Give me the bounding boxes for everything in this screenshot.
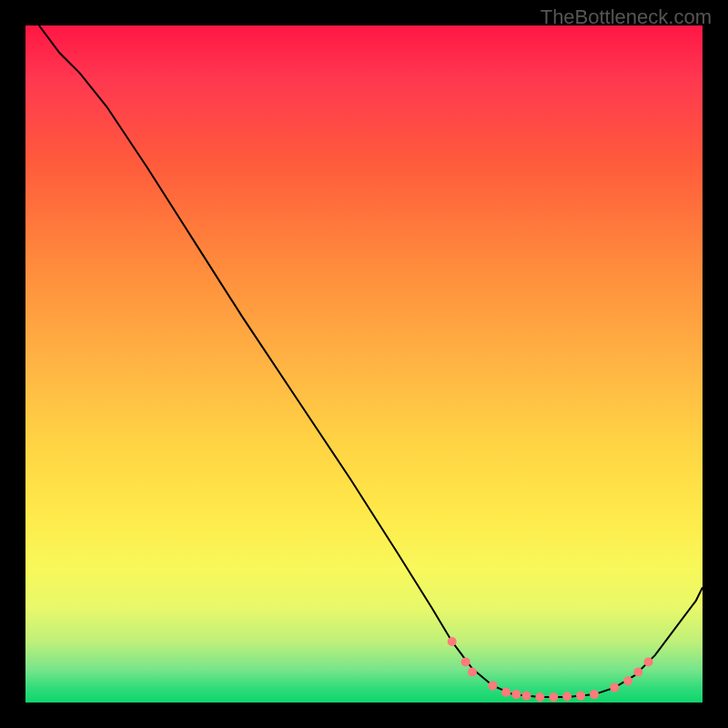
bottleneck-curve <box>39 25 703 697</box>
data-point <box>511 690 521 699</box>
data-point <box>644 657 653 666</box>
data-point <box>562 692 571 701</box>
data-point <box>448 637 457 646</box>
data-point <box>522 692 531 701</box>
data-point <box>549 693 558 702</box>
data-points-group <box>448 637 653 702</box>
data-point <box>576 692 585 701</box>
data-point <box>610 683 619 693</box>
data-point <box>488 681 497 690</box>
data-point <box>623 676 632 685</box>
plot-area <box>25 25 703 703</box>
watermark-text: TheBottleneck.com <box>541 5 712 29</box>
data-point <box>501 688 511 697</box>
data-point <box>590 690 599 699</box>
data-point <box>633 668 642 677</box>
chart-svg <box>25 25 703 703</box>
data-point <box>535 693 544 702</box>
data-point <box>468 668 477 677</box>
data-point <box>461 657 470 666</box>
